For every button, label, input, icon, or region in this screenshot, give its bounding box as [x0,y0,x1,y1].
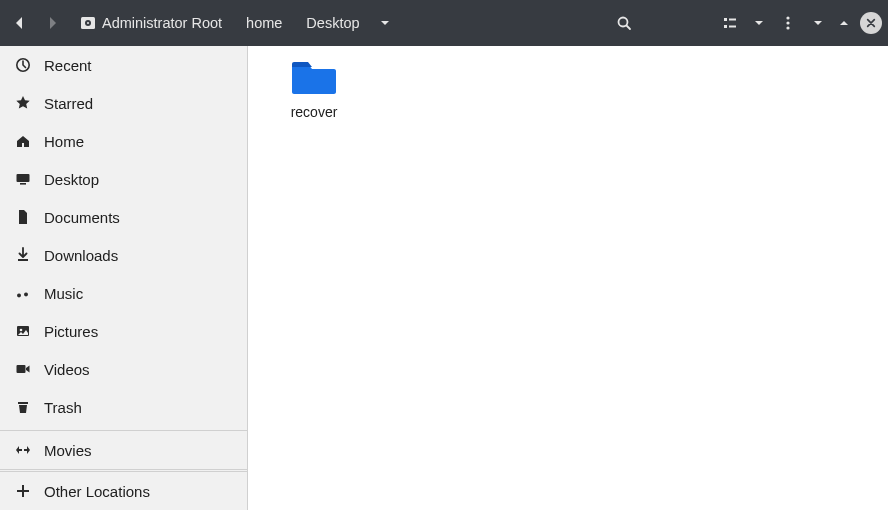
nav-back-button[interactable] [6,9,34,37]
kebab-icon [780,15,796,31]
sidebar-places: Recent Starred Home Desktop [0,46,247,426]
disk-icon [80,15,96,31]
trash-icon [14,398,32,416]
sidebar-item-pictures[interactable]: Pictures [0,312,247,350]
chevron-down-icon [753,17,765,29]
sidebar-item-label: Music [44,285,83,302]
svg-rect-19 [18,402,28,404]
sidebar-item-label: Movies [44,442,92,459]
sidebar-item-label: Videos [44,361,90,378]
sidebar-item-starred[interactable]: Starred [0,84,247,122]
nav-forward-button[interactable] [38,9,66,37]
view-dropdown-button[interactable] [750,9,768,37]
path-segment-label: Desktop [306,15,359,31]
sidebar-item-home[interactable]: Home [0,122,247,160]
path-segment-label: home [246,15,282,31]
svg-rect-15 [18,259,28,261]
svg-point-10 [786,21,789,24]
folder-label: recover [291,104,338,120]
hamburger-menu-button[interactable] [774,9,802,37]
sidebar-item-recent[interactable]: Recent [0,46,247,84]
window-close-button[interactable] [860,12,882,34]
search-icon [616,15,632,31]
sidebar-item-music[interactable]: Music [0,274,247,312]
svg-rect-8 [729,26,736,28]
sidebar-item-label: Other Locations [44,483,150,500]
music-icon [14,284,32,302]
sidebar-bottom: Other Locations [0,471,247,510]
sidebar-item-label: Home [44,133,84,150]
svg-point-9 [786,16,789,19]
window-minimize-button[interactable] [808,9,828,37]
chevron-down-icon [812,17,824,29]
chevron-up-icon [838,17,850,29]
chevron-down-icon [379,17,391,29]
sidebar: Recent Starred Home Desktop [0,46,248,510]
toolbar-right-cluster [716,9,882,37]
clock-icon [14,56,32,74]
sidebar-item-label: Trash [44,399,82,416]
folder-tile-recover[interactable]: recover [266,58,362,120]
window-maximize-button[interactable] [834,9,854,37]
path-segment-home[interactable]: home [236,11,292,35]
main-content[interactable]: recover [248,46,888,510]
sidebar-item-movies[interactable]: Movies [0,431,247,469]
sidebar-item-label: Downloads [44,247,118,264]
sidebar-item-other-locations[interactable]: Other Locations [0,472,247,510]
svg-point-2 [87,22,89,24]
sidebar-item-downloads[interactable]: Downloads [0,236,247,274]
path-segment-desktop[interactable]: Desktop [296,11,369,35]
sidebar-item-label: Documents [44,209,120,226]
path-dropdown-button[interactable] [374,9,396,37]
arrow-right-icon [44,15,60,31]
sidebar-item-label: Starred [44,95,93,112]
download-icon [14,246,32,264]
sidebar-item-label: Pictures [44,323,98,340]
document-icon [14,208,32,226]
svg-rect-6 [729,19,736,21]
home-icon [14,132,32,150]
svg-rect-13 [17,174,30,182]
view-list-button[interactable] [716,9,744,37]
plus-icon [14,482,32,500]
sidebar-item-label: Recent [44,57,92,74]
path-bar: Administrator Root home Desktop [76,9,396,37]
sidebar-item-trash[interactable]: Trash [0,388,247,426]
sidebar-item-videos[interactable]: Videos [0,350,247,388]
search-button[interactable] [610,9,638,37]
desktop-icon [14,170,32,188]
svg-point-11 [786,26,789,29]
arrow-left-icon [12,15,28,31]
sidebar-mounts: Movies [0,430,247,470]
sidebar-item-documents[interactable]: Documents [0,198,247,236]
svg-point-17 [20,329,23,332]
star-icon [14,94,32,112]
toolbar: Administrator Root home Desktop [0,0,888,46]
path-segment-label: Administrator Root [102,15,222,31]
videos-icon [14,360,32,378]
folder-icon [290,58,338,98]
arrows-icon [14,441,32,459]
sidebar-item-desktop[interactable]: Desktop [0,160,247,198]
svg-rect-5 [724,18,727,21]
path-segment-root[interactable]: Administrator Root [76,11,232,35]
close-icon [866,18,876,28]
list-view-icon [722,15,738,31]
sidebar-item-label: Desktop [44,171,99,188]
svg-line-4 [627,26,631,30]
svg-rect-18 [17,365,26,373]
svg-rect-7 [724,25,727,28]
body: Recent Starred Home Desktop [0,46,888,510]
svg-rect-14 [20,183,26,185]
pictures-icon [14,322,32,340]
